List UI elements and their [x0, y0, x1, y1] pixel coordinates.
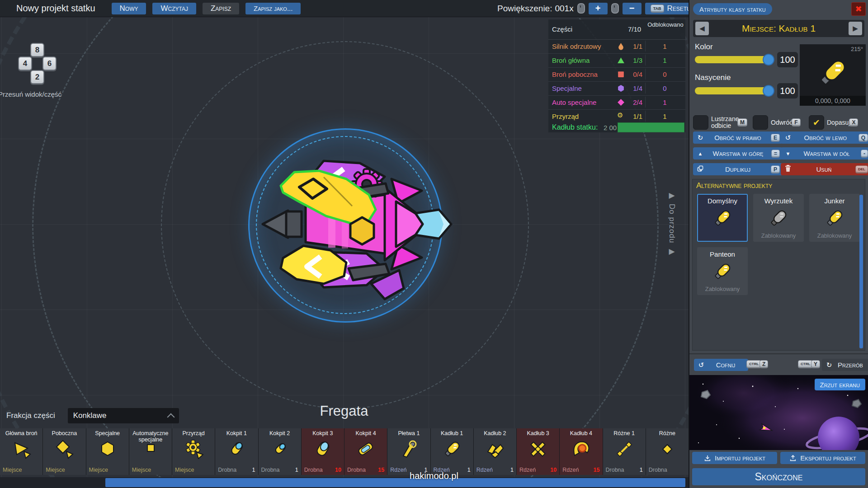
locked-label: Zablokowany	[754, 232, 803, 239]
screenshot-button[interactable]: Zrzut ekranu	[815, 379, 866, 390]
project-part-icon	[768, 208, 789, 229]
color-value: 100	[777, 52, 798, 67]
import-icon	[704, 455, 711, 462]
key-4: 4	[18, 56, 32, 70]
palette-scrollbar-track[interactable]	[0, 477, 689, 488]
export-project-button[interactable]: Eksportuj projekt	[780, 452, 865, 464]
palette-item-przyrzad[interactable]: Przyrząd Miejsce	[172, 428, 215, 475]
faction-dropdown[interactable]: Konklawe	[68, 408, 179, 423]
top-toolbar: Nowy projekt statku Nowy Wczytaj Zapisz …	[0, 0, 689, 17]
ship-drawing[interactable]	[236, 134, 453, 314]
project-card-panteon[interactable]: Panteon Zablokowany	[697, 247, 748, 295]
square-icon	[617, 70, 625, 78]
palette-item-kadlub-4[interactable]: Kadłub 4 Rdzeń15	[560, 428, 602, 475]
save-button[interactable]: Zapisz	[203, 3, 239, 14]
gear-icon: ⚙	[617, 111, 625, 119]
hull-points-row: Kadłub statku: 2 00	[548, 123, 685, 132]
table-row: Silnik odrzutowy 1/1 1	[548, 39, 685, 54]
panel-header-badge[interactable]: Atrybuty klasy statku	[693, 3, 772, 15]
project-card-junker[interactable]: Junker Zablokowany	[809, 194, 860, 242]
hull-label: Kadłub statku:	[552, 123, 598, 131]
color-slider-thumb[interactable]	[763, 54, 774, 66]
parts-table-header: Części 7/10 Odblokowano	[548, 19, 685, 40]
mirror-key-badge: M	[737, 118, 747, 127]
mirror-checkbox[interactable]	[693, 115, 708, 130]
alternative-projects-section: Alternatywne projekty Domyślny Wyrzutek …	[692, 179, 865, 351]
palette-item-glowna-bron[interactable]: Główna broń Miejsce	[0, 428, 42, 475]
undo-button[interactable]: ↺ Cofnij	[694, 359, 748, 371]
layer-up-button[interactable]: ▲ Warstwa w górę =	[693, 147, 783, 160]
close-panel-button[interactable]: ✖	[851, 2, 866, 16]
redo-button[interactable]: ↻ Przerób	[822, 359, 868, 371]
palette-item-pletwa-1[interactable]: Płetwa 1 Rdzeń1	[387, 428, 430, 475]
locked-label: Zablokowany	[810, 232, 859, 239]
parts-total: 7/10	[628, 25, 641, 33]
toggles-row: Lustrzane odbicie M Odwróć F ✔ Dopasuj X	[693, 112, 866, 133]
rotate-cw-icon: ↻	[696, 134, 705, 142]
saturation-slider-thumb[interactable]	[763, 85, 774, 97]
palette-item-kokpit-1[interactable]: Kokpit 1 Drobna1	[215, 428, 258, 475]
faction-row: Frakcja części Konklawe	[0, 408, 179, 423]
palette-item-kokpit-3[interactable]: Kokpit 3 Drobna10	[302, 428, 344, 475]
tab-key-badge: TAB	[651, 5, 664, 13]
palette-item-specjalne[interactable]: Specjalne Miejsce	[86, 428, 129, 475]
load-button[interactable]: Wczytaj	[152, 3, 196, 14]
delete-button[interactable]: Usuń DEL	[781, 163, 868, 175]
rotate-left-button[interactable]: ↺ Obróć w lewo Q	[781, 131, 868, 144]
chevron-right-icon: ▶	[853, 24, 858, 33]
new-button[interactable]: Nowy	[112, 3, 146, 14]
layer-down-button[interactable]: ▼ Warstwa w dół -	[781, 147, 868, 160]
project-card-domyslny[interactable]: Domyślny	[697, 194, 748, 242]
invert-label: Odwróć	[771, 119, 793, 126]
zoom-out-button[interactable]: −	[623, 3, 642, 14]
alt-projects-heading: Alternatywne projekty	[696, 181, 772, 190]
palette-item-auto-specjalne[interactable]: Automatyczne specjalne Miejsce	[129, 428, 172, 475]
saturation-slider[interactable]	[695, 87, 773, 94]
color-slider[interactable]	[695, 56, 773, 63]
zoom-label: Powiększenie:	[497, 4, 552, 14]
faction-label: Frakcja części	[6, 411, 55, 420]
project-card-wyrzutek[interactable]: Wyrzutek Zablokowany	[753, 194, 804, 242]
palette-item-kadlub-2[interactable]: Kadłub 2 Rdzeń1	[474, 428, 516, 475]
export-icon	[789, 455, 797, 462]
invert-checkbox[interactable]	[753, 115, 768, 130]
gadget-slot-icon	[184, 439, 203, 459]
move-keys-label: Przesuń widok/część	[0, 90, 61, 98]
rotate-right-button[interactable]: ↻ Obróć w prawo E	[693, 131, 783, 144]
parts-counter-table: Części 7/10 Odblokowano Silnik odrzutowy…	[548, 19, 685, 132]
history-row: ↺ Cofnij CTRL Z CTRL Y ↻ Przerób	[689, 353, 868, 376]
next-place-button[interactable]: ▶	[849, 22, 862, 35]
design-canvas[interactable]: 8 4 6 2 Przesuń widok/część Części 7/10 …	[0, 17, 689, 488]
key-badge: DEL	[855, 165, 868, 174]
palette-item-kokpit-2[interactable]: Kokpit 2 Drobna1	[259, 428, 301, 475]
projects-scrollbar-thumb[interactable]	[859, 195, 863, 348]
triangle-icon	[617, 56, 625, 64]
chevron-up-icon	[167, 413, 175, 421]
done-button[interactable]: Skończone	[692, 468, 865, 485]
palette-item-kadlub-1[interactable]: Kadłub 1 Rdzeń1	[431, 428, 473, 475]
hull-progress-bar	[618, 122, 684, 132]
palette-item-kokpit-4[interactable]: Kokpit 4 Drobna15	[344, 428, 387, 475]
import-project-button[interactable]: Importuj projekt	[692, 452, 777, 464]
save-as-button[interactable]: Zapisz jako...	[245, 3, 301, 14]
duplicate-icon	[696, 165, 705, 174]
mouse-scroll-icon	[577, 3, 585, 14]
undo-icon: ↺	[697, 361, 706, 369]
special-slot-icon	[98, 439, 118, 459]
hull-2-icon	[485, 439, 505, 459]
palette-item-poboczna[interactable]: Poboczna Miejsce	[43, 428, 85, 475]
duplicate-button[interactable]: Duplikuj P	[693, 163, 783, 175]
hull-3-icon	[528, 439, 548, 459]
saturation-value: 100	[777, 83, 798, 99]
droplet-icon	[617, 42, 625, 50]
key-6: 6	[42, 56, 57, 70]
snap-checkbox[interactable]: ✔	[809, 115, 824, 130]
zoom-in-button[interactable]: +	[589, 3, 608, 14]
palette-item-rozne-1[interactable]: Różne 1 Drobna1	[603, 428, 646, 475]
palette-item-rozne-2[interactable]: Różne Drobna	[646, 428, 689, 475]
trash-icon	[783, 165, 793, 174]
palette-item-kadlub-3[interactable]: Kadłub 3 Rdzeń10	[517, 428, 559, 475]
hexagon-icon	[617, 84, 625, 92]
forward-arrow-icon: ▶	[669, 191, 675, 200]
angle-readout: 215°	[851, 46, 863, 52]
